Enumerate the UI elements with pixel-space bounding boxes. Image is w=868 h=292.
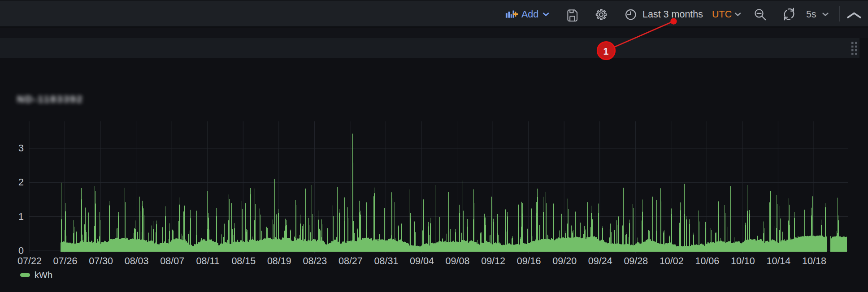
svg-text:5s: 5s <box>806 9 816 20</box>
svg-text:UTC: UTC <box>712 9 732 20</box>
svg-text:Add: Add <box>521 9 538 20</box>
svg-text:1: 1 <box>603 46 609 57</box>
svg-text:Last 3 months: Last 3 months <box>642 9 703 20</box>
